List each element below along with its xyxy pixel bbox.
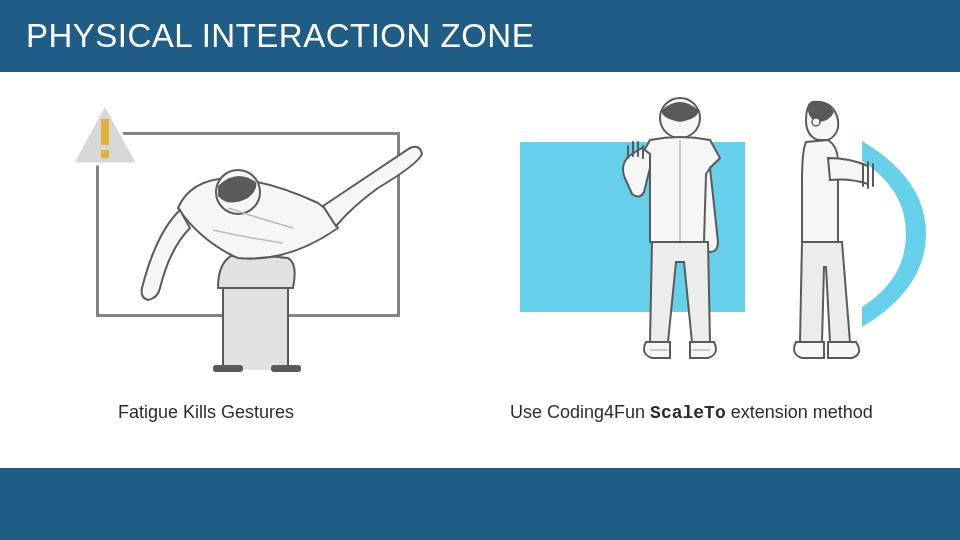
caption-scaleto-code: ScaleTo bbox=[650, 403, 726, 423]
panel-fatigue bbox=[70, 102, 400, 337]
panel-interaction-zone bbox=[510, 94, 920, 359]
svg-rect-1 bbox=[101, 119, 109, 145]
caption-scaleto-post: extension method bbox=[726, 402, 873, 422]
svg-rect-3 bbox=[213, 365, 243, 372]
svg-point-8 bbox=[812, 118, 820, 126]
slide-footer bbox=[0, 468, 960, 540]
svg-rect-2 bbox=[101, 150, 109, 158]
svg-rect-4 bbox=[271, 365, 301, 372]
caption-fatigue: Fatigue Kills Gestures bbox=[118, 402, 294, 423]
person-front-illustration bbox=[610, 92, 750, 367]
caption-scaleto-pre: Use Coding4Fun bbox=[510, 402, 650, 422]
caption-scaleto: Use Coding4Fun ScaleTo extension method bbox=[510, 402, 873, 423]
stretching-person-illustration bbox=[128, 138, 428, 373]
page-title: PHYSICAL INTERACTION ZONE bbox=[26, 17, 534, 55]
slide-header: PHYSICAL INTERACTION ZONE bbox=[0, 0, 960, 72]
person-side-illustration bbox=[772, 92, 892, 367]
slide-body: Fatigue Kills Gestures bbox=[0, 72, 960, 468]
